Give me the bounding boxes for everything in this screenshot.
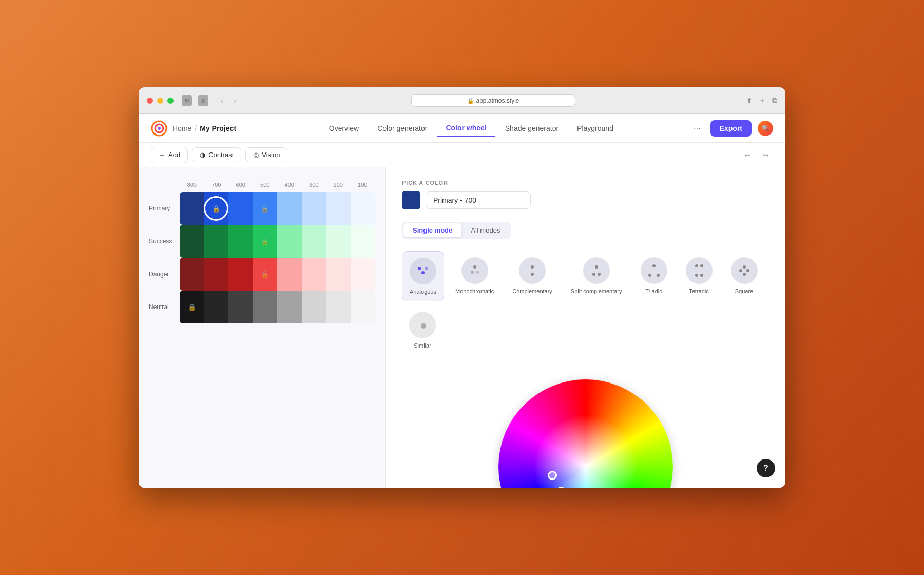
tab-playground[interactable]: Playground — [569, 120, 622, 137]
main-content: 800 700 600 500 400 300 200 100 Primary … — [139, 167, 785, 488]
color-wheel[interactable] — [498, 379, 673, 488]
sidebar-icon: ▤ — [198, 95, 208, 106]
user-avatar[interactable]: 🔍 — [758, 121, 773, 136]
swatch-header-500: 500 — [253, 178, 278, 192]
help-button[interactable]: ? — [757, 459, 775, 477]
tab-shade-generator[interactable]: Shade generator — [497, 120, 567, 137]
swatch-primary-300[interactable] — [302, 192, 326, 225]
swatch-success-700[interactable] — [204, 225, 229, 258]
swatch-neutral-300[interactable] — [302, 291, 326, 323]
swatch-header-700: 700 — [204, 178, 229, 192]
harmony-square[interactable]: Square — [724, 251, 765, 301]
swatch-primary-800[interactable] — [180, 192, 204, 225]
minimize-button[interactable] — [157, 98, 163, 104]
swatch-danger-600[interactable] — [228, 258, 253, 291]
share-icon[interactable]: ⬆ — [746, 97, 753, 105]
harmony-analogous[interactable]: Analogous — [402, 251, 444, 301]
harmony-complementary-label: Complementary — [512, 288, 552, 294]
harmony-split-complementary[interactable]: Split complementary — [564, 251, 629, 301]
swatch-primary-400[interactable] — [277, 192, 302, 225]
swatch-neutral-800[interactable]: 🔒 — [180, 291, 204, 323]
swatch-neutral-400[interactable] — [277, 291, 302, 323]
contrast-icon: ◑ — [200, 151, 205, 159]
swatch-danger-300[interactable] — [302, 258, 326, 291]
contrast-button[interactable]: ◑ Contrast — [192, 147, 241, 162]
add-button[interactable]: ＋ Add — [151, 147, 188, 163]
export-button[interactable]: Export — [710, 120, 752, 137]
swatch-header-800: 800 — [180, 178, 204, 192]
swatch-success-800[interactable] — [180, 225, 204, 258]
vision-button[interactable]: ◎ Vision — [245, 147, 287, 162]
app-header: Home / My Project Overview Color generat… — [139, 114, 785, 143]
vision-icon: ◎ — [253, 151, 259, 159]
swatch-header-600: 600 — [228, 178, 253, 192]
forward-button[interactable]: › — [230, 95, 240, 106]
wheel-dot-1[interactable] — [548, 471, 557, 480]
app-window: ⊞ ▤ ‹ › 🔒 app.atmos.style ⬆ ＋ ⧉ — [139, 87, 785, 488]
swatch-danger-800[interactable] — [180, 258, 204, 291]
harmony-monochromatic[interactable]: Monochromatic — [448, 251, 501, 301]
redo-button[interactable]: ↪ — [759, 148, 773, 162]
breadcrumb-project[interactable]: My Project — [200, 124, 236, 132]
row-label-danger: Danger — [149, 258, 180, 291]
color-preview-swatch[interactable] — [402, 191, 420, 209]
lock-icon-danger-500: 🔒 — [261, 271, 269, 278]
swatch-success-500[interactable]: 🔒 — [253, 225, 278, 258]
swatch-primary-100[interactable] — [351, 192, 375, 225]
swatch-danger-200[interactable] — [326, 258, 351, 291]
single-mode-button[interactable]: Single mode — [403, 223, 461, 237]
harmony-tetradic-icon — [686, 257, 713, 284]
lock-icon-success-500: 🔒 — [261, 238, 269, 245]
swatch-success-200[interactable] — [326, 225, 351, 258]
fullscreen-button[interactable] — [167, 98, 174, 104]
swatch-neutral-200[interactable] — [326, 291, 351, 323]
new-tab-icon[interactable]: ＋ — [759, 96, 766, 105]
swatch-primary-500[interactable]: 🔒 — [253, 192, 278, 225]
swatch-danger-500[interactable]: 🔒 — [253, 258, 278, 291]
harmony-grid: Analogous Monochromatic — [402, 251, 769, 355]
harmony-square-icon — [731, 257, 758, 284]
swatch-success-300[interactable] — [302, 225, 326, 258]
more-options-button[interactable]: ··· — [690, 121, 704, 136]
tab-overview[interactable]: Overview — [321, 120, 367, 137]
breadcrumb-home[interactable]: Home — [172, 124, 191, 132]
back-button[interactable]: ‹ — [217, 95, 227, 106]
swatch-primary-200[interactable] — [326, 192, 351, 225]
swatch-danger-400[interactable] — [277, 258, 302, 291]
harmony-triadic[interactable]: Triadic — [633, 251, 675, 301]
harmony-tetradic-label: Tetradic — [689, 288, 709, 294]
add-icon: ＋ — [159, 150, 165, 160]
window-icon: ⊞ — [182, 95, 192, 106]
swatch-neutral-100[interactable] — [351, 291, 375, 323]
undo-button[interactable]: ↩ — [740, 148, 755, 162]
all-modes-button[interactable]: All modes — [461, 223, 509, 237]
harmony-similar-label: Similar — [414, 342, 431, 349]
swatch-success-100[interactable] — [351, 225, 375, 258]
breadcrumb: Home / My Project — [172, 124, 236, 132]
swatch-danger-700[interactable] — [204, 258, 229, 291]
close-button[interactable] — [147, 98, 153, 104]
harmony-complementary[interactable]: Complementary — [505, 251, 560, 301]
lock-icon: 🔒 — [212, 205, 220, 213]
url-area: 🔒 app.atmos.style — [240, 94, 746, 107]
swatch-primary-700[interactable]: 🔒 — [204, 192, 229, 225]
harmony-tetradic[interactable]: Tetradic — [679, 251, 720, 301]
swatch-success-400[interactable] — [277, 225, 302, 258]
swatch-header-200: 200 — [326, 178, 351, 192]
harmony-similar[interactable]: Similar — [402, 305, 443, 355]
row-label-success: Success — [149, 225, 180, 258]
swatch-header-empty — [149, 178, 180, 192]
swatch-success-600[interactable] — [228, 225, 253, 258]
tab-color-wheel[interactable]: Color wheel — [437, 120, 494, 137]
swatch-neutral-700[interactable] — [204, 291, 229, 323]
color-name-input[interactable] — [426, 191, 531, 209]
swatch-primary-600[interactable] — [228, 192, 253, 225]
titlebar: ⊞ ▤ ‹ › 🔒 app.atmos.style ⬆ ＋ ⧉ — [139, 87, 785, 114]
swatch-neutral-500[interactable] — [253, 291, 278, 323]
copy-icon[interactable]: ⧉ — [772, 96, 777, 105]
tab-color-generator[interactable]: Color generator — [369, 120, 435, 137]
swatch-neutral-600[interactable] — [228, 291, 253, 323]
swatch-danger-100[interactable] — [351, 258, 375, 291]
wheel-dot-2[interactable] — [556, 487, 566, 488]
url-bar[interactable]: 🔒 app.atmos.style — [411, 94, 575, 107]
